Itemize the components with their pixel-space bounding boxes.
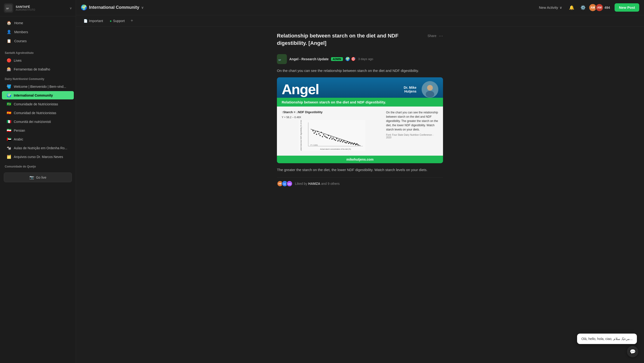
sidebar-item-label: Courses	[14, 39, 26, 43]
svg-point-26	[329, 138, 330, 139]
scatter-chart: Adjusted total-tract NDF digestibility (…	[282, 120, 382, 151]
aulas-icon: 🐄	[7, 146, 12, 150]
channel-label: Arquivos curso Dr. Marcos Neves	[14, 155, 63, 159]
chart-title: ↑Starch = ↓NDF Digestibility	[282, 110, 382, 114]
sidebar-item-arquivos[interactable]: 🗂️ Arquivos curso Dr. Marcos Neves	[2, 152, 74, 161]
svg-point-23	[326, 136, 327, 138]
tab-important-icon: 📄	[84, 19, 88, 23]
camera-icon: 📷	[30, 175, 34, 180]
app-logo: SF	[4, 3, 13, 13]
svg-text:P = 0.001: P = 0.001	[310, 144, 318, 146]
svg-point-38	[343, 140, 344, 142]
sidebar-item-comunita-it[interactable]: 🇮🇹 Comunità dei nutrizionisti	[2, 118, 74, 126]
sidebar-collapse-icon[interactable]: ∨	[70, 6, 72, 10]
chat-icon: 💬	[630, 349, 636, 354]
settings-button[interactable]: ⚙️	[579, 3, 587, 12]
angel-name-text: Angel	[282, 81, 319, 98]
sidebar-item-lives[interactable]: 🔴 Lives	[2, 56, 74, 64]
sidebar-item-label: Home	[14, 21, 23, 25]
channel-label: Comunità dei nutrizionisti	[14, 120, 51, 124]
sidebar-item-arabic[interactable]: 🇦🇪 Arabic	[2, 135, 74, 143]
chart-left: ↑Starch = ↓NDF Digestibility Y = 58.2 − …	[282, 110, 382, 152]
community-selector[interactable]: 🌍 International Community ∨	[81, 4, 536, 11]
topbar: 🌍 International Community ∨ New Activity…	[76, 0, 644, 15]
channel-label: Aulas de Nutrição em Ordenha Ro...	[14, 146, 68, 150]
svg-point-20	[322, 136, 323, 137]
svg-point-36	[341, 140, 342, 141]
online-avatars: AM AM 494	[590, 4, 610, 12]
app-name: SANTAFÉ	[16, 5, 70, 8]
dr-avatar	[422, 81, 438, 98]
dr-info-block: Dr. Mike Hutjens	[404, 81, 438, 98]
sidebar-item-courses[interactable]: 📋 Courses	[2, 36, 74, 45]
tab-important-label: Important	[89, 19, 103, 23]
channel-label: Ferramentas de trabalho	[14, 68, 50, 71]
svg-point-21	[323, 134, 324, 135]
post-image-inner: Angel Dr. Mike Hutjens	[277, 77, 443, 163]
likes-avatars: AM HZ MN	[277, 180, 292, 187]
more-options-button[interactable]: ⋯	[439, 33, 443, 38]
share-button[interactable]: Share	[428, 34, 436, 38]
sidebar-item-aulas[interactable]: 🐄 Aulas de Nutrição em Ordenha Ro...	[2, 144, 74, 152]
lives-icon: 🔴	[7, 58, 12, 63]
channel-label: International Community	[14, 94, 53, 97]
main-panel: 🌍 International Community ∨ New Activity…	[76, 0, 644, 363]
sidebar-item-international[interactable]: 🌍 International Community	[2, 91, 74, 100]
admin-badge: ADMIN	[331, 57, 343, 61]
sidebar-item-members[interactable]: 👤 Members	[2, 28, 74, 36]
sidebar-item-welcome[interactable]: 🪣 Welcome | Bienvenido | Bem-vind...	[2, 82, 74, 91]
sidebar-item-label: Members	[14, 30, 28, 34]
svg-text:HZ: HZ	[283, 183, 286, 185]
post-image: Angel Dr. Mike Hutjens	[277, 77, 443, 163]
angel-banner: Angel Dr. Mike Hutjens	[277, 77, 443, 98]
post-likes: AM HZ MN Liked by HAMZA and 9 others	[277, 178, 443, 187]
svg-text:Adjusted total-tract NDF diges: Adjusted total-tract NDF digestibility (…	[300, 120, 302, 151]
content-area: Relationship between starch on the diet …	[76, 26, 644, 363]
arquivos-icon: 🗂️	[7, 154, 12, 159]
chart-source: Font: Four State Dairy Nutrition Confere…	[386, 134, 438, 139]
svg-point-6	[426, 91, 434, 98]
bell-icon: 🔔	[569, 5, 574, 10]
chart-section: ↑Starch = ↓NDF Digestibility Y = 58.2 − …	[277, 106, 443, 156]
es-flag-icon: 🇪🇸	[7, 110, 12, 115]
new-post-button[interactable]: New Post	[614, 3, 639, 12]
svg-point-5	[427, 85, 433, 91]
topbar-actions: New Activity ∨ 🔔 ⚙️ AM AM 494 New Post	[536, 3, 639, 12]
tabs-bar: 📄 Important ● Support +	[76, 15, 644, 26]
svg-text:MN: MN	[288, 183, 291, 185]
section-santafe: Santafé AgroInstituto	[0, 48, 76, 56]
avatar-am2: AM	[595, 4, 604, 12]
go-live-button[interactable]: 📷 Go live	[4, 172, 72, 182]
sidebar-item-home[interactable]: 🏠 Home	[2, 18, 74, 27]
svg-text:SF: SF	[278, 59, 281, 61]
svg-point-27	[330, 136, 332, 138]
sidebar-item-ferramentas[interactable]: 🎰 Ferramentas de trabalho	[2, 65, 74, 73]
chat-widget-button[interactable]: 💬	[627, 346, 638, 357]
sidebar-header[interactable]: SF SANTAFÉ AGROINSTITUTO ∨	[0, 0, 76, 16]
new-activity-chevron-icon: ∨	[560, 6, 562, 10]
channel-label: Welcome | Bienvenido | Bem-vind...	[14, 85, 66, 88]
tab-support-icon: ●	[110, 19, 112, 23]
tab-important[interactable]: 📄 Important	[81, 18, 106, 24]
svg-point-24	[327, 137, 328, 138]
chat-bubble-text: Olá, hello, hola, ciao, مرحبًا, سلام...	[581, 337, 632, 341]
add-tab-button[interactable]: +	[128, 18, 135, 24]
sidebar-item-comunidad-es[interactable]: 🇪🇸 Comunidad de Nutricionistas	[2, 109, 74, 117]
post-time: 3 days ago	[358, 57, 373, 61]
courses-icon: 📋	[7, 39, 12, 43]
sidebar-item-comunidade-br[interactable]: 🇧🇷 Comunidade de Nutricionistas	[2, 100, 74, 108]
post-meta: SF Angel - Research Update ADMIN 🌍 🎯 3 d…	[277, 54, 443, 64]
sidebar-item-persian[interactable]: 🇮🇷 Persian	[2, 126, 74, 134]
likes-text: Liked by HAMZA and 9 others	[295, 182, 340, 186]
svg-point-28	[332, 138, 333, 140]
new-activity-dropdown[interactable]: New Activity ∨	[536, 4, 564, 11]
author-name: Angel - Research Update	[289, 57, 329, 61]
svg-point-39	[344, 142, 346, 143]
chart-right: On the chart you can see the relationshi…	[386, 110, 438, 152]
svg-point-13	[314, 132, 315, 134]
channel-label: Persian	[14, 128, 25, 132]
notifications-button[interactable]: 🔔	[567, 3, 576, 12]
ae-flag-icon: 🇦🇪	[7, 137, 12, 142]
tab-support[interactable]: ● Support	[107, 18, 128, 24]
author-meta-icons: 🌍 🎯	[345, 57, 356, 61]
